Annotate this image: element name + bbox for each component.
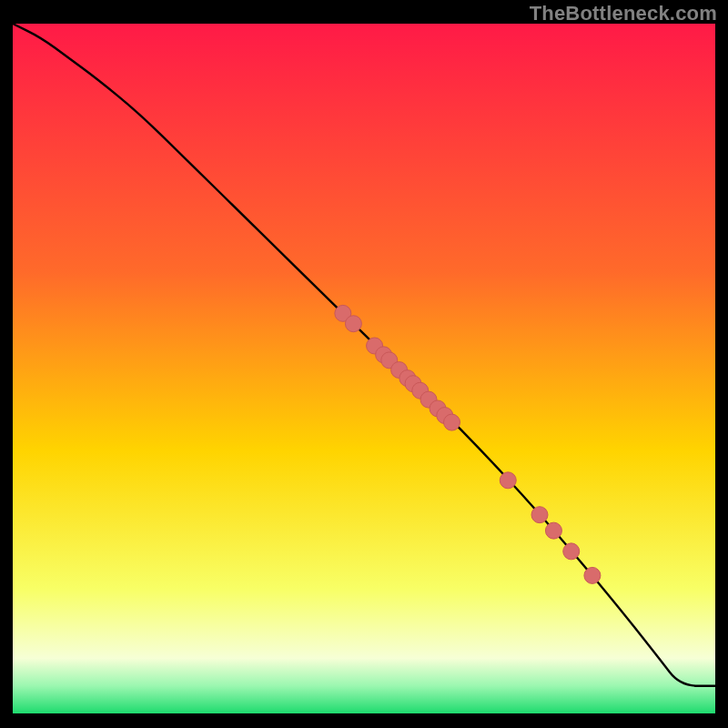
plot-background — [13, 24, 715, 713]
chart-svg — [0, 0, 728, 728]
chart-stage: TheBottleneck.com — [0, 0, 728, 728]
data-marker — [531, 507, 548, 523]
data-marker — [563, 543, 580, 560]
watermark-text: TheBottleneck.com — [530, 2, 717, 25]
data-marker — [545, 522, 561, 539]
data-marker — [584, 567, 601, 583]
data-marker — [500, 472, 516, 489]
data-marker — [444, 414, 460, 430]
data-marker — [345, 316, 361, 332]
